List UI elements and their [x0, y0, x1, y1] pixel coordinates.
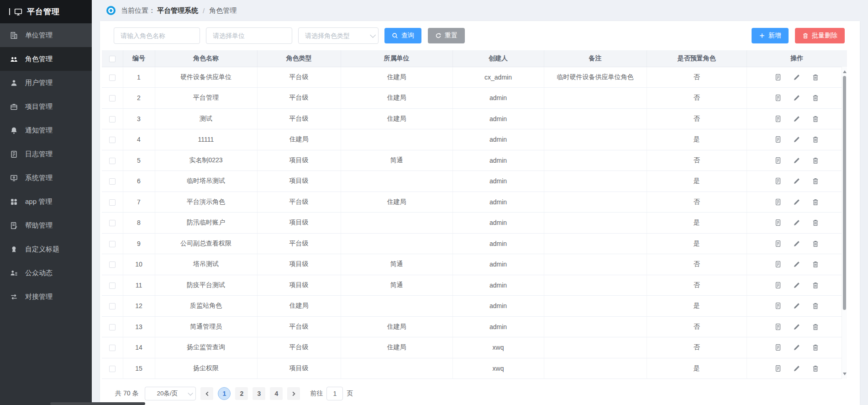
- edit-icon[interactable]: [793, 323, 800, 330]
- scrollbar-thumb[interactable]: [843, 76, 846, 310]
- search-button[interactable]: 查询: [384, 28, 421, 43]
- row-select-cell: [102, 88, 123, 109]
- detail-icon[interactable]: [774, 240, 782, 247]
- scroll-down-arrow-icon[interactable]: [843, 373, 847, 375]
- goto-page-input[interactable]: [326, 387, 343, 400]
- role-type-select[interactable]: [298, 27, 379, 44]
- delete-icon[interactable]: [812, 177, 819, 185]
- reset-button[interactable]: 重置: [428, 28, 465, 43]
- sidebar-item-帮助管理[interactable]: 帮助管理: [0, 213, 92, 237]
- sidebar-item-系统管理[interactable]: 系统管理: [0, 166, 92, 190]
- edit-icon[interactable]: [793, 198, 800, 206]
- delete-icon[interactable]: [812, 302, 819, 309]
- breadcrumb-root-link[interactable]: 平台管理系统: [157, 6, 198, 15]
- row-checkbox[interactable]: [109, 137, 116, 143]
- edit-icon[interactable]: [793, 302, 800, 309]
- delete-icon[interactable]: [812, 365, 819, 372]
- edit-icon[interactable]: [793, 177, 800, 185]
- detail-icon[interactable]: [774, 344, 782, 351]
- sidebar-item-公众动态[interactable]: 公众动态: [0, 261, 92, 285]
- page-size-select[interactable]: 20条/页: [145, 387, 196, 400]
- unit-select-input[interactable]: [206, 27, 292, 44]
- batch-delete-button[interactable]: 批量删除: [795, 28, 845, 43]
- sidebar-item-日志管理[interactable]: 日志管理: [0, 142, 92, 166]
- role-type-select-input[interactable]: [298, 27, 379, 44]
- delete-icon[interactable]: [812, 323, 819, 330]
- select-all-checkbox[interactable]: [109, 56, 116, 62]
- detail-icon[interactable]: [774, 198, 782, 206]
- edit-icon[interactable]: [793, 261, 800, 268]
- row-checkbox[interactable]: [109, 261, 116, 268]
- row-checkbox[interactable]: [109, 95, 116, 101]
- sidebar-item-app 管理[interactable]: app 管理: [0, 190, 92, 213]
- page-button-4[interactable]: 4: [270, 387, 283, 400]
- row-checkbox[interactable]: [109, 75, 116, 81]
- sidebar-item-通知管理[interactable]: 通知管理: [0, 118, 92, 142]
- detail-icon[interactable]: [774, 302, 782, 309]
- sidebar-item-角色管理[interactable]: 角色管理: [0, 47, 92, 71]
- edit-icon[interactable]: [793, 240, 800, 247]
- detail-icon[interactable]: [774, 157, 782, 164]
- edit-icon[interactable]: [793, 365, 800, 372]
- delete-icon[interactable]: [812, 240, 819, 247]
- delete-icon[interactable]: [812, 157, 819, 164]
- detail-icon[interactable]: [774, 94, 782, 101]
- delete-icon[interactable]: [812, 261, 819, 268]
- delete-icon[interactable]: [812, 282, 819, 289]
- edit-icon[interactable]: [793, 219, 800, 226]
- sidebar-item-自定义标题[interactable]: 自定义标题: [0, 237, 92, 261]
- detail-icon[interactable]: [774, 323, 782, 330]
- horizontal-scrollbar-thumb[interactable]: [50, 402, 145, 405]
- row-checkbox[interactable]: [109, 303, 116, 309]
- sidebar-item-用户管理[interactable]: 用户管理: [0, 71, 92, 95]
- detail-icon[interactable]: [774, 177, 782, 185]
- role-name-input[interactable]: [114, 27, 200, 44]
- edit-icon[interactable]: [793, 94, 800, 101]
- row-checkbox[interactable]: [109, 220, 116, 226]
- edit-icon[interactable]: [793, 282, 800, 289]
- edit-icon[interactable]: [793, 74, 800, 81]
- edit-icon[interactable]: [793, 157, 800, 164]
- row-checkbox[interactable]: [109, 116, 116, 123]
- row-checkbox[interactable]: [109, 324, 116, 330]
- breadcrumb-prefix: 当前位置：: [121, 6, 155, 15]
- detail-icon[interactable]: [774, 261, 782, 268]
- cell-no: 12: [123, 296, 155, 317]
- page-button-1[interactable]: 1: [218, 387, 231, 400]
- delete-icon[interactable]: [812, 115, 819, 123]
- detail-icon[interactable]: [774, 219, 782, 226]
- edit-icon[interactable]: [793, 344, 800, 351]
- row-checkbox[interactable]: [109, 158, 116, 164]
- delete-icon[interactable]: [812, 94, 819, 101]
- prev-page-button[interactable]: [200, 387, 213, 400]
- row-select-cell: [102, 254, 123, 275]
- row-checkbox[interactable]: [109, 178, 116, 185]
- next-page-button[interactable]: [287, 387, 300, 400]
- detail-icon[interactable]: [774, 74, 782, 81]
- sidebar-item-单位管理[interactable]: 单位管理: [0, 23, 92, 47]
- edit-icon[interactable]: [793, 115, 800, 123]
- scroll-up-arrow-icon[interactable]: [843, 70, 847, 73]
- row-checkbox[interactable]: [109, 282, 116, 289]
- row-checkbox[interactable]: [109, 241, 116, 247]
- detail-icon[interactable]: [774, 365, 782, 372]
- row-checkbox[interactable]: [109, 366, 116, 372]
- sidebar-item-对接管理[interactable]: 对接管理: [0, 285, 92, 309]
- cell-preset: 否: [647, 150, 747, 171]
- row-checkbox[interactable]: [109, 345, 116, 351]
- detail-icon[interactable]: [774, 136, 782, 143]
- row-checkbox[interactable]: [109, 199, 116, 206]
- sidebar-item-项目管理[interactable]: 项目管理: [0, 95, 92, 118]
- delete-icon[interactable]: [812, 136, 819, 143]
- filter-bar: 查询 重置 新增: [114, 27, 845, 44]
- page-button-3[interactable]: 3: [253, 387, 265, 400]
- edit-icon[interactable]: [793, 136, 800, 143]
- page-button-2[interactable]: 2: [235, 387, 248, 400]
- add-button[interactable]: 新增: [752, 28, 789, 43]
- detail-icon[interactable]: [774, 282, 782, 289]
- delete-icon[interactable]: [812, 219, 819, 226]
- delete-icon[interactable]: [812, 344, 819, 351]
- detail-icon[interactable]: [774, 115, 782, 123]
- delete-icon[interactable]: [812, 198, 819, 206]
- delete-icon[interactable]: [812, 74, 819, 81]
